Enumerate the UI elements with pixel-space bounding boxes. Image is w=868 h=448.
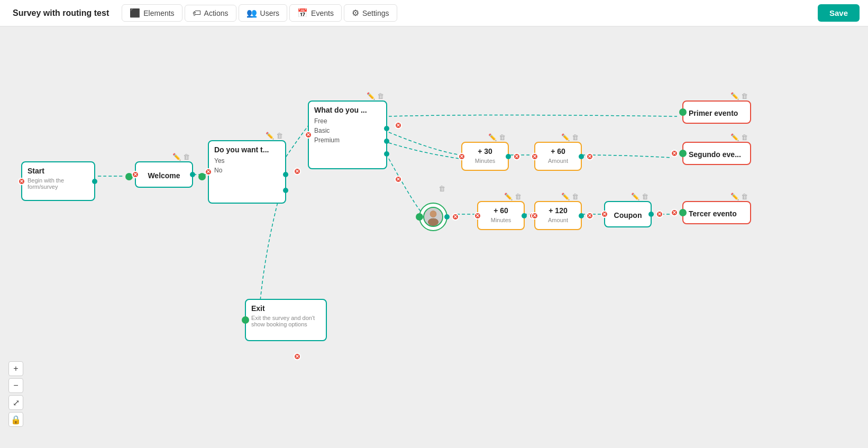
welcome-edit-icon[interactable]: ✏️ xyxy=(172,153,181,161)
plus60min-icons: ✏️ 🗑 xyxy=(504,193,522,200)
primer-edit-icon[interactable]: ✏️ xyxy=(730,92,739,100)
plus60amount-left-x[interactable]: ✕ xyxy=(531,153,538,160)
tab-elements[interactable]: ⬛ Elements xyxy=(122,4,182,22)
primer-icons: ✏️ 🗑 xyxy=(730,92,748,100)
plus60amount-right-x[interactable]: ✕ xyxy=(586,153,593,160)
whatdo-edit-icon[interactable]: ✏️ xyxy=(367,92,375,100)
welcome-title: Welcome xyxy=(142,167,185,182)
doyou-yes-dot xyxy=(283,172,288,177)
plus60-amount-icons: ✏️ 🗑 xyxy=(561,133,579,141)
coupon-left-x[interactable]: ✕ xyxy=(601,211,608,218)
plus60min-delete-icon[interactable]: 🗑 xyxy=(515,193,522,200)
primer-evento-node[interactable]: ✏️ 🗑 Primer evento xyxy=(682,100,751,124)
what-do-you-node[interactable]: ✏️ 🗑 What do you ... Free Basic Premium … xyxy=(308,100,387,169)
plus30-right-dot xyxy=(506,154,511,159)
whatdo-premium-x[interactable]: ✕ xyxy=(395,176,402,183)
tab-users[interactable]: 👥 Users xyxy=(239,4,288,22)
users-icon: 👥 xyxy=(246,8,257,18)
fit-icon: ⤢ xyxy=(13,398,20,408)
plus60-amount-subtitle: Amount xyxy=(535,158,581,168)
plus60min-edit-icon[interactable]: ✏️ xyxy=(504,193,513,200)
doyou-edit-icon[interactable]: ✏️ xyxy=(266,132,274,140)
fit-button[interactable]: ⤢ xyxy=(8,395,23,410)
start-left-x[interactable]: ✕ xyxy=(18,178,25,185)
plus120-delete-icon[interactable]: 🗑 xyxy=(572,193,579,200)
welcome-node[interactable]: ✏️ 🗑 Welcome ✕ xyxy=(135,161,193,188)
coupon-right-dot xyxy=(648,212,654,217)
coupon-node[interactable]: ✏️ 🗑 Coupon ✕ ✕ xyxy=(604,201,652,227)
doyou-delete-icon[interactable]: 🗑 xyxy=(276,132,283,140)
zoom-out-button[interactable]: − xyxy=(8,378,23,393)
plus60-minutes-node[interactable]: ✏️ 🗑 + 60 Minutes ✕ ✕ xyxy=(477,201,525,230)
segundo-eve-node[interactable]: ✏️ 🗑 Segundo eve... ✕ xyxy=(682,142,751,165)
lock-button[interactable]: 🔒 xyxy=(8,412,23,427)
plus30-left-x[interactable]: ✕ xyxy=(458,153,465,160)
segundo-delete-icon[interactable]: 🗑 xyxy=(741,133,748,141)
avatar-image xyxy=(423,207,443,227)
save-button[interactable]: Save xyxy=(818,4,860,22)
coupon-edit-icon[interactable]: ✏️ xyxy=(631,193,639,200)
primer-delete-icon[interactable]: 🗑 xyxy=(741,92,748,100)
whatdo-basic-dot xyxy=(384,139,389,144)
doyou-no-x[interactable]: ✕ xyxy=(294,353,301,360)
avatar-right-x[interactable]: ✕ xyxy=(452,213,459,221)
do-you-want-node[interactable]: ✏️ 🗑 Do you want t... Yes No ✕ ✕ ✕ xyxy=(208,140,286,204)
tab-settings[interactable]: ⚙ Settings xyxy=(344,4,397,22)
tercer-edit-icon[interactable]: ✏️ xyxy=(730,193,739,200)
plus60-amount-node[interactable]: ✏️ 🗑 + 60 Amount ✕ ✕ xyxy=(534,142,582,171)
tercer-title: Tercer evento xyxy=(683,205,742,220)
avatar-right-dot xyxy=(444,214,450,220)
whatdo-delete-icon[interactable]: 🗑 xyxy=(377,92,384,100)
page-title: Survey with routing test xyxy=(8,8,113,18)
avatar-node[interactable]: 🗑 ✕ xyxy=(419,203,447,231)
canvas[interactable]: Start Begin with the form/survey ✕ ✏️ 🗑 … xyxy=(0,26,868,448)
lock-icon: 🔒 xyxy=(11,415,21,425)
start-subtitle: Begin with the form/survey xyxy=(22,177,94,194)
coupon-right-x[interactable]: ✕ xyxy=(656,211,663,218)
exit-left-green xyxy=(242,316,249,324)
segundo-left-x[interactable]: ✕ xyxy=(671,150,678,157)
exit-title: Exit xyxy=(246,300,326,315)
tercer-left-x[interactable]: ✕ xyxy=(671,209,678,216)
start-node[interactable]: Start Begin with the form/survey ✕ xyxy=(21,161,95,201)
welcome-left-x[interactable]: ✕ xyxy=(132,171,139,178)
plus120-right-x[interactable]: ✕ xyxy=(586,212,593,220)
doyou-yes-x[interactable]: ✕ xyxy=(294,168,301,175)
whatdo-free-x[interactable]: ✕ xyxy=(395,122,402,129)
tab-actions[interactable]: 🏷 Actions xyxy=(185,5,236,22)
plus60amount-delete-icon[interactable]: 🗑 xyxy=(572,133,579,141)
tab-events[interactable]: 📅 Events xyxy=(289,4,342,22)
plus30-right-x[interactable]: ✕ xyxy=(513,153,520,160)
exit-node[interactable]: Exit Exit the survey and don't show book… xyxy=(245,299,327,341)
avatar-left-green xyxy=(416,213,423,221)
plus120-edit-icon[interactable]: ✏️ xyxy=(561,193,570,200)
whatdo-option-free: Free xyxy=(309,116,386,126)
plus60amount-edit-icon[interactable]: ✏️ xyxy=(561,133,570,141)
coupon-title: Coupon xyxy=(609,207,647,222)
tercer-delete-icon[interactable]: 🗑 xyxy=(741,193,748,200)
avatar-delete-icon[interactable]: 🗑 xyxy=(438,185,445,193)
coupon-delete-icon[interactable]: 🗑 xyxy=(642,193,648,200)
plus30-title: + 30 xyxy=(462,143,508,158)
whatdo-left-x[interactable]: ✕ xyxy=(305,131,312,139)
plus120-left-x[interactable]: ✕ xyxy=(531,212,538,220)
primer-left-green xyxy=(679,108,687,116)
plus60min-subtitle: Minutes xyxy=(478,217,524,227)
zoom-in-button[interactable]: + xyxy=(8,361,23,376)
plus120-node[interactable]: ✏️ 🗑 + 120 Amount ✕ ✕ xyxy=(534,201,582,230)
welcome-delete-icon[interactable]: 🗑 xyxy=(183,153,190,161)
doyou-left-x[interactable]: ✕ xyxy=(205,168,212,176)
plus60min-right-dot xyxy=(522,213,527,218)
plus30-node[interactable]: ✏️ 🗑 + 30 Minutes ✕ ✕ xyxy=(461,142,509,171)
plus30-edit-icon[interactable]: ✏️ xyxy=(488,133,497,141)
segundo-edit-icon[interactable]: ✏️ xyxy=(730,133,739,141)
plus60min-left-x[interactable]: ✕ xyxy=(474,212,481,220)
tercer-evento-node[interactable]: ✏️ 🗑 Tercer evento ✕ xyxy=(682,201,751,224)
zoom-controls: + − ⤢ 🔒 xyxy=(8,361,23,427)
do-you-want-icons: ✏️ 🗑 xyxy=(266,132,283,140)
whatdo-premium-dot xyxy=(384,151,389,157)
whatdo-free-dot xyxy=(384,126,389,131)
welcome-right-dot xyxy=(190,172,195,177)
plus30-delete-icon[interactable]: 🗑 xyxy=(499,133,506,141)
welcome-icons: ✏️ 🗑 xyxy=(172,153,190,161)
